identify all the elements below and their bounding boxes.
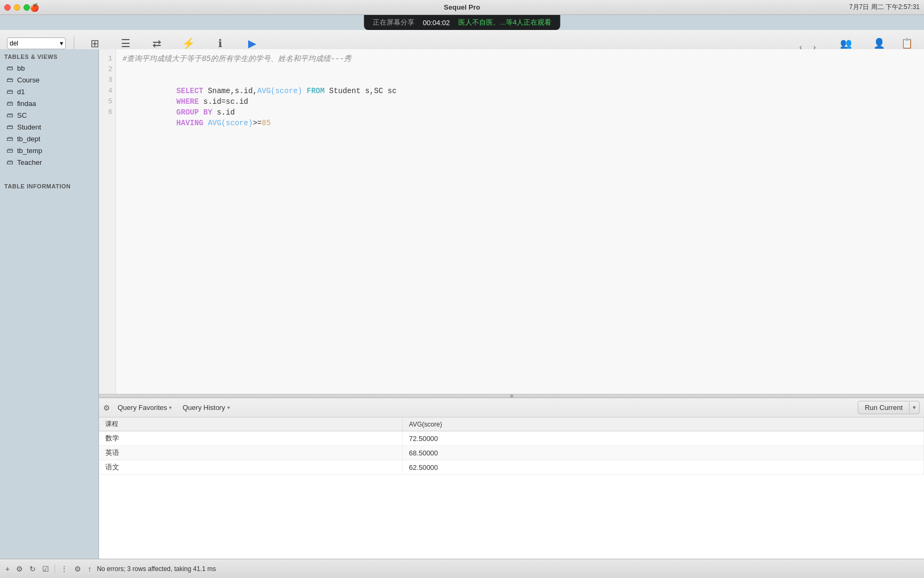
- table-icon-teacher: 🗃: [5, 158, 14, 166]
- status-bar: + ⚙ ↻ ☑ ⋮ ⚙ ↑ No errors; 3 rows affected…: [0, 559, 924, 578]
- table-icon-tb-temp: 🗃: [5, 146, 14, 155]
- table-cell: 72.50000: [402, 431, 923, 446]
- tab-query-history[interactable]: Query History ▾: [179, 402, 233, 413]
- add-button[interactable]: +: [4, 564, 11, 574]
- table-row: 数学72.50000: [99, 431, 924, 446]
- table-cell: 68.50000: [402, 446, 923, 460]
- system-time: 7月7日 周二 下午2:57:31: [849, 3, 920, 12]
- resizer-dot: [510, 394, 513, 398]
- close-button[interactable]: [4, 4, 11, 11]
- title-bar-right: 7月7日 周二 下午2:57:31: [849, 3, 920, 12]
- col-header-course: 课程: [99, 417, 402, 431]
- relations-icon: ⇄: [152, 37, 161, 50]
- sidebar-item-findaa[interactable]: 🗃 findaa: [1, 97, 97, 109]
- filter-button[interactable]: ☑: [41, 564, 50, 574]
- resizer[interactable]: [99, 394, 924, 398]
- status-divider-1: [55, 565, 55, 573]
- table-cell: 62.50000: [402, 460, 923, 475]
- query-history-caret: ▾: [227, 405, 230, 410]
- settings-button[interactable]: ⚙: [15, 564, 24, 574]
- settings-gear-icon[interactable]: ⚙: [103, 404, 110, 412]
- structure-icon: ⊞: [90, 37, 99, 50]
- sidebar-item-bb[interactable]: 🗃 bb: [1, 62, 97, 74]
- table-icon-student: 🗃: [5, 123, 14, 131]
- editor-line-2: [122, 64, 918, 75]
- col-header-avg: AVG(score): [402, 417, 923, 431]
- editor-lines: 1 2 3 4 5 6 #查询平均成绩大于等于85的所有学生的学号、姓名和平均成…: [99, 49, 924, 394]
- screen-share-banner: 正在屏幕分享 00:04:02 医人不自医、...等4人正在观看: [364, 15, 560, 30]
- table-icon-sc: 🗃: [5, 111, 14, 119]
- content-icon: ☰: [121, 37, 130, 50]
- table-cell: 语文: [99, 460, 402, 475]
- sidebar-item-course[interactable]: 🗃 Course: [1, 74, 97, 86]
- db-selector-input[interactable]: del ▾: [7, 37, 66, 49]
- traffic-lights[interactable]: [4, 4, 30, 11]
- table-cell: 数学: [99, 431, 402, 446]
- sidebar: TABLES & VIEWS 🗃 bb 🗃 Course 🗃 d1 🗃 find…: [0, 49, 99, 559]
- run-current-label[interactable]: Run Current: [858, 401, 909, 414]
- columns-button[interactable]: ⋮: [59, 564, 69, 574]
- table-info-section-label: TABLE INFORMATION: [0, 179, 98, 192]
- query-history-label: Query History: [182, 404, 225, 412]
- editor-line-3: SELECT Sname,s.id,AVG(score) FROM Studen…: [122, 75, 918, 86]
- sidebar-table-info-section: TABLE INFORMATION: [0, 179, 98, 192]
- app-name: Sequel Pro: [444, 3, 480, 11]
- bottom-panel: ⚙ Query Favorites ▾ Query History ▾ Run …: [99, 398, 924, 559]
- table-cell: 英语: [99, 446, 402, 460]
- table-history-icon: 👥: [840, 37, 852, 49]
- query-favorites-label: Query Favorites: [118, 404, 167, 412]
- results-table-element: 课程 AVG(score) 数学72.50000英语68.50000语文62.5…: [99, 417, 924, 475]
- apple-logo: 🍎: [30, 3, 39, 12]
- table-info-icon: ℹ: [218, 37, 222, 50]
- table-row: 英语68.50000: [99, 446, 924, 460]
- query-editor[interactable]: 1 2 3 4 5 6 #查询平均成绩大于等于85的所有学生的学号、姓名和平均成…: [99, 49, 924, 394]
- status-message: No errors; 3 rows affected, taking 41.1 …: [97, 565, 216, 573]
- editor-content[interactable]: #查询平均成绩大于等于85的所有学生的学号、姓名和平均成绩---秀 SELECT…: [116, 49, 924, 394]
- table-icon-bb: 🗃: [5, 64, 14, 72]
- sidebar-item-d1[interactable]: 🗃 d1: [1, 86, 97, 97]
- triggers-icon: ⚡: [182, 37, 195, 50]
- minimize-button[interactable]: [14, 4, 20, 11]
- sidebar-item-sc[interactable]: 🗃 SC: [1, 109, 97, 121]
- tab-query-favorites[interactable]: Query Favorites ▾: [114, 402, 175, 413]
- query-favorites-caret: ▾: [169, 405, 172, 410]
- screen-share-message: 医人不自医、...等4人正在观看: [458, 18, 551, 27]
- maximize-button[interactable]: [24, 4, 30, 11]
- refresh-button[interactable]: ↻: [28, 564, 37, 574]
- table-icon-d1: 🗃: [5, 87, 14, 96]
- table-icon-course: 🗃: [5, 75, 14, 84]
- run-current-caret-icon[interactable]: ▾: [909, 402, 919, 413]
- editor-line-6: HAVING AVG(score)>=85: [122, 107, 918, 118]
- screen-share-timer: 00:04:02: [423, 19, 450, 27]
- console-icon: 📋: [901, 37, 913, 49]
- main-layout: TABLES & VIEWS 🗃 bb 🗃 Course 🗃 d1 🗃 find…: [0, 49, 924, 559]
- run-current-button[interactable]: Run Current ▾: [858, 401, 920, 414]
- bottom-toolbar: ⚙ Query Favorites ▾ Query History ▾ Run …: [99, 398, 924, 417]
- sidebar-item-tb-dept[interactable]: 🗃 tb_dept: [1, 133, 97, 144]
- tables-views-label: TABLES & VIEWS: [0, 49, 98, 62]
- content-area: 1 2 3 4 5 6 #查询平均成绩大于等于85的所有学生的学号、姓名和平均成…: [99, 49, 924, 559]
- table-icon-tb-dept: 🗃: [5, 134, 14, 143]
- table-row: 语文62.50000: [99, 460, 924, 475]
- table-icon-findaa: 🗃: [5, 99, 14, 108]
- sidebar-item-teacher[interactable]: 🗃 Teacher: [1, 156, 97, 168]
- users-icon: 👤: [873, 37, 885, 49]
- export-button[interactable]: ↑: [87, 564, 93, 574]
- settings2-button[interactable]: ⚙: [73, 564, 82, 574]
- editor-line-1: #查询平均成绩大于等于85的所有学生的学号、姓名和平均成绩---秀: [122, 54, 918, 64]
- sidebar-item-tb-temp[interactable]: 🗃 tb_temp: [1, 144, 97, 156]
- line-numbers: 1 2 3 4 5 6: [99, 49, 116, 394]
- title-bar: 🍎 Sequel Pro 7月7日 周二 下午2:57:31: [0, 0, 924, 15]
- screen-share-label: 正在屏幕分享: [373, 18, 414, 27]
- sidebar-item-student[interactable]: 🗃 Student: [1, 121, 97, 133]
- query-icon: ▶: [248, 37, 256, 50]
- results-table: 课程 AVG(score) 数学72.50000英语68.50000语文62.5…: [99, 417, 924, 559]
